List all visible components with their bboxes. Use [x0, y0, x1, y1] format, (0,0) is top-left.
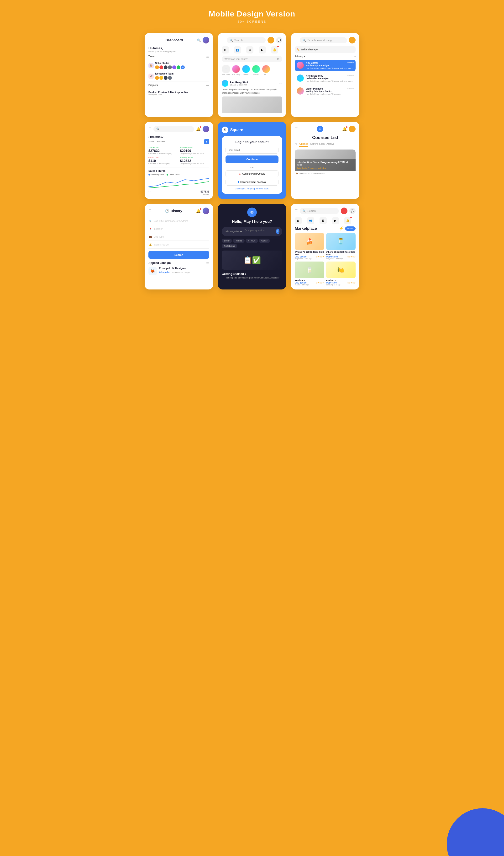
course-card[interactable]: Introduction Basic Programming HTML & CS…	[295, 150, 356, 175]
product-item-3[interactable]: 🍋 Product 4 USD 45,00 ★★★★★ Bandung • 1 …	[326, 262, 356, 286]
social-avatar-1[interactable]	[268, 37, 274, 43]
add-story-btn[interactable]: +	[222, 65, 230, 73]
job-title-field[interactable]: Job Tittle, Company, or Anything	[154, 220, 188, 222]
story-2[interactable]: Minnie	[242, 65, 250, 75]
courses-tabs: All Opened Coming Soon Archive	[295, 143, 356, 147]
tag-prototyping[interactable]: Prototyping	[222, 244, 237, 248]
story-4[interactable]: Le...	[262, 65, 270, 75]
team-item-iconspace[interactable]: 🚀 Iconspace Team	[148, 71, 209, 82]
tab-coming-soon[interactable]: Coming Soon	[310, 143, 325, 147]
product-item-1[interactable]: 🫙 iPhone 7S 128GB Rose Gold 99% USD 950,…	[326, 233, 356, 260]
analytics-save-icon[interactable]: ⬇	[204, 139, 209, 144]
market-menu-icon[interactable]: ☰	[295, 209, 298, 213]
continue-button[interactable]: Continue	[226, 156, 279, 163]
story-1[interactable]: Pan Feng	[232, 65, 240, 75]
sub-greeting-text: here's your currently projects	[148, 50, 209, 53]
history-avatar[interactable]	[203, 208, 209, 214]
story-circle-1[interactable]	[232, 65, 240, 73]
market-grid-5[interactable]: 🔔	[344, 217, 351, 224]
salary-field[interactable]: Salary Range	[154, 243, 169, 246]
analytics-notif[interactable]: 🔔	[196, 127, 201, 132]
market-grid-1[interactable]: ⊞	[295, 217, 302, 224]
hamburger-icon[interactable]: ☰	[148, 38, 151, 42]
chatbot-title: Hello, May I help you?	[222, 220, 283, 224]
job-item[interactable]: 🦊 Principal UX Designer Tokopedia • E-co…	[148, 267, 209, 275]
tag-tutorial[interactable]: Tutorial	[233, 239, 245, 243]
market-grid-3[interactable]: 🖥	[320, 217, 327, 224]
msg-search-bar[interactable]: 🔍 Search from Message	[300, 37, 347, 43]
product-price-row-3: USD 45,00 ★★★★★	[326, 282, 356, 284]
market-grid-2[interactable]: 👥	[307, 217, 314, 224]
msg-item-0[interactable]: Any Carrol 12:48PM Mobile Apps Redesign …	[295, 60, 356, 71]
tab-opened[interactable]: Opened	[299, 143, 308, 147]
msg-item-2[interactable]: Victor Pacheco 12:48PM Inviting Join App…	[295, 86, 356, 97]
market-search-bar[interactable]: 🔍 Search	[300, 208, 339, 214]
social-search-bar[interactable]: 🔍 Search	[227, 37, 266, 43]
team-more-icon[interactable]: •••	[206, 55, 209, 59]
tab-archive[interactable]: Archive	[326, 143, 334, 147]
grid-icon-2[interactable]: 👥	[234, 46, 241, 53]
story-3[interactable]: Russel	[252, 65, 260, 75]
metric-marketing: Marketing +2.5%↑ $12632 Compared to ($10…	[180, 157, 209, 164]
chart-legend: Marketing Sales Cases Sales	[148, 174, 209, 176]
story-circle-4[interactable]	[262, 65, 270, 73]
job-type-field[interactable]: Job Type	[154, 235, 164, 238]
social-msg-icon[interactable]: 💬	[276, 37, 282, 43]
market-search-icon: 🔍	[303, 209, 306, 213]
facebook-btn-label: Continue with Facebook	[240, 181, 266, 184]
projects-more-icon[interactable]: •••	[206, 84, 209, 88]
courses-notif[interactable]: 🔔	[342, 127, 347, 132]
msg-header-1: Artem Sazonov 12:48PM	[306, 74, 354, 77]
courses-menu-icon[interactable]: ☰	[295, 127, 298, 131]
email-input[interactable]	[226, 147, 279, 154]
category-select[interactable]: All Categories	[224, 230, 243, 233]
story-circle-3[interactable]	[252, 65, 260, 73]
chatbot-search[interactable]: All Categories 🔍	[222, 227, 283, 236]
analytics-search-bar[interactable]: 🔍	[154, 126, 194, 132]
team-item-sebo[interactable]: 🎨 Sebo Studio +3	[148, 60, 209, 71]
tag-html5[interactable]: HTML 5	[246, 239, 258, 243]
analytics-avatar[interactable]	[203, 126, 209, 132]
msg-menu-icon[interactable]: ☰	[295, 38, 298, 42]
chat-search-input[interactable]	[245, 229, 275, 232]
grid-icon-1[interactable]: ⊞	[222, 46, 229, 53]
post-input-area[interactable]: What's on your mind? 🖼	[222, 56, 283, 62]
social-menu-icon[interactable]: ☰	[222, 38, 225, 42]
applied-title: Applied Jobs (8)	[148, 261, 170, 265]
facebook-login-button[interactable]: f Continue with Facebook	[226, 179, 279, 186]
story-circle-2[interactable]	[242, 65, 250, 73]
msg-item-1[interactable]: Artem Sazonov 12:48PM Codedellaroute Pro…	[295, 73, 356, 84]
search-icon[interactable]: 🔍	[197, 38, 201, 42]
location-field[interactable]: Location	[154, 228, 163, 230]
grid-icon-5[interactable]: 🔔	[271, 46, 278, 53]
google-login-button[interactable]: G Continue with Google	[226, 170, 279, 177]
grid-icon-3[interactable]: 🖥	[246, 46, 253, 53]
filter-icon[interactable]: ⚡	[339, 226, 344, 231]
tab-all[interactable]: All	[295, 143, 298, 147]
applied-more-icon[interactable]: •••	[206, 261, 209, 265]
tag-css3[interactable]: CSS 3	[259, 239, 270, 243]
market-chat-icon[interactable]: 💬	[349, 208, 356, 214]
project-item[interactable]: Product Preview & Mock up for Mar... Ico…	[148, 89, 209, 98]
product-item-2[interactable]: 🥛 Product 3 USD 120,00 ★★★★☆ Jakarta • 2…	[295, 262, 324, 286]
market-grid-4[interactable]: ▶	[332, 217, 339, 224]
history-menu-icon[interactable]: ☰	[148, 209, 151, 213]
sell-button[interactable]: + Sell	[345, 226, 356, 231]
tag-slider[interactable]: Slider	[222, 239, 232, 243]
add-story[interactable]: + Add Story	[222, 65, 230, 75]
period-label[interactable]: This Year	[155, 140, 165, 143]
refresh-icon[interactable]: ↻	[354, 55, 356, 58]
write-message-btn[interactable]: ✏️ Write Message	[295, 46, 356, 53]
user-avatar[interactable]	[203, 37, 209, 43]
post-more-icon[interactable]: •••	[280, 82, 283, 85]
history-search-button[interactable]: Search	[148, 251, 209, 259]
chat-search-button[interactable]: 🔍	[276, 229, 280, 234]
market-avatar-1[interactable]	[341, 208, 347, 214]
forgot-link[interactable]: Can't login? • Sign up for new user?	[226, 188, 279, 190]
history-notif[interactable]: 🔔	[196, 209, 201, 213]
courses-user-avatar[interactable]	[349, 126, 356, 132]
product-item-0[interactable]: 🍰 iPhone 7S 128GB Rose Gold 99% USD 950,…	[295, 233, 324, 260]
msg-user-avatar[interactable]	[349, 37, 356, 43]
analytics-menu-icon[interactable]: ☰	[148, 127, 151, 131]
grid-icon-4[interactable]: ▶	[259, 46, 266, 53]
